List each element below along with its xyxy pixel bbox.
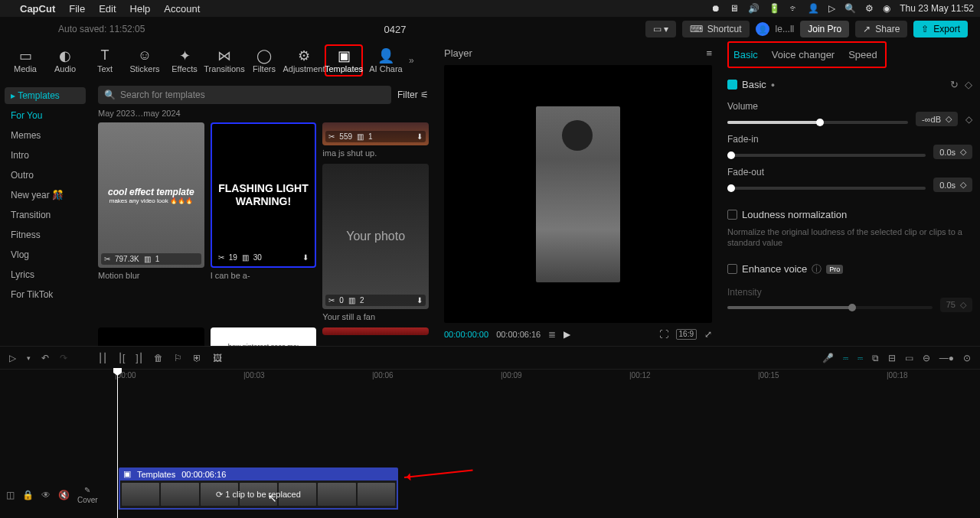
playhead[interactable] xyxy=(117,370,118,518)
template-thumb[interactable]: FLASHING LIGHT WARNING! ✂19 ▥30 ⬇ xyxy=(211,122,317,268)
category-vlog[interactable]: Vlog xyxy=(0,245,90,265)
keyframe-icon[interactable]: ◇ xyxy=(965,114,972,125)
timeline-clip[interactable]: ▣ Templates 00:00:06:16 ⟳ 1 clip to be r… xyxy=(119,468,398,510)
search-input[interactable]: 🔍 Search for templates xyxy=(98,86,391,104)
play-button[interactable]: ▶ xyxy=(564,329,570,340)
loudness-checkbox[interactable] xyxy=(727,210,737,220)
menu-edit[interactable]: Edit xyxy=(99,3,116,15)
template-thumb[interactable]: Your photo ✂0 ▥2 ⬇ xyxy=(322,164,429,309)
fadein-value[interactable]: 0.0s ◇ xyxy=(933,145,972,159)
magnet-icon[interactable]: ⎓ xyxy=(858,353,863,363)
tab-basic[interactable]: Basic xyxy=(733,49,758,60)
split-right-icon[interactable]: ]⎮ xyxy=(136,353,142,363)
user-avatar[interactable]: 👤 xyxy=(756,22,769,36)
undo-icon[interactable]: ↶ xyxy=(41,353,49,363)
template-thumb[interactable] xyxy=(98,327,204,346)
volume-slider[interactable] xyxy=(727,121,908,124)
template-card[interactable]: Your photo ✂0 ▥2 ⬇ Your still a fan xyxy=(322,164,429,321)
template-card[interactable]: how pinterest sees me: xyxy=(211,327,317,346)
wifi-icon[interactable]: ᯤ xyxy=(789,3,799,14)
category-transition[interactable]: Transition xyxy=(0,205,90,225)
category-tiktok[interactable]: For TikTok xyxy=(0,285,90,305)
category-memes[interactable]: Memes xyxy=(0,125,90,145)
menu-help[interactable]: Help xyxy=(130,3,151,15)
template-thumb[interactable] xyxy=(322,327,429,335)
control-center-icon[interactable]: ⚙ xyxy=(865,3,874,14)
keyframe-icon[interactable]: ◇ xyxy=(965,79,972,90)
reset-icon[interactable]: ↻ xyxy=(950,79,959,90)
search-icon[interactable]: 🔍 xyxy=(844,3,856,14)
filter-button[interactable]: Filter ⚟ xyxy=(397,90,429,100)
eye-icon[interactable]: 👁 xyxy=(41,490,51,500)
siri-icon[interactable]: ◉ xyxy=(883,3,890,14)
delete-icon[interactable]: 🗑 xyxy=(154,353,163,363)
template-card[interactable] xyxy=(98,327,204,346)
fadeout-slider[interactable] xyxy=(727,187,926,190)
tab-media[interactable]: ▭Media xyxy=(6,47,44,73)
cover-button[interactable]: ✎ Cover xyxy=(77,486,98,504)
info-icon[interactable]: ⓘ xyxy=(812,262,822,276)
template-thumb[interactable]: how pinterest sees me: xyxy=(211,327,317,346)
player-menu-icon[interactable]: ≡ xyxy=(706,47,712,59)
scale-icon[interactable]: ⛶ xyxy=(659,329,668,340)
step-back-icon[interactable]: ≣ xyxy=(548,329,556,340)
link-icon[interactable]: ⧉ xyxy=(872,353,879,363)
category-fitness[interactable]: Fitness xyxy=(0,225,90,245)
fadein-slider[interactable] xyxy=(727,154,926,157)
template-thumb[interactable]: cool effect template makes any video loo… xyxy=(98,122,204,268)
tab-templates[interactable]: ▣Templates xyxy=(325,44,363,77)
tab-adjustment[interactable]: ⚙Adjustment xyxy=(285,47,323,73)
mark-icon[interactable]: ⚐ xyxy=(174,353,182,363)
user-icon[interactable]: 👤 xyxy=(808,3,819,14)
category-new-year[interactable]: New year 🎊 xyxy=(0,185,90,205)
tab-voice-changer[interactable]: Voice changer xyxy=(772,49,835,60)
fadeout-value[interactable]: 0.0s ◇ xyxy=(933,178,972,192)
category-for-you[interactable]: For You xyxy=(0,106,90,125)
select-tool-icon[interactable]: ▷ xyxy=(9,353,16,363)
redo-icon[interactable]: ↷ xyxy=(60,353,67,363)
join-pro-button[interactable]: Join Pro xyxy=(800,21,849,37)
template-card[interactable]: cool effect template makes any video loo… xyxy=(98,122,204,321)
mic-icon[interactable]: 🎤 xyxy=(822,353,834,363)
volume-value[interactable]: -∞dB ◇ xyxy=(916,112,958,126)
category-lyrics[interactable]: Lyrics xyxy=(0,265,90,285)
split-left-icon[interactable]: ⎮[ xyxy=(118,353,125,363)
snap-icon[interactable]: ⊟ xyxy=(888,353,896,363)
timeline-ruler[interactable]: |00:00 |00:03 |00:06 |00:09 |00:12 |00:1… xyxy=(115,370,980,385)
image-icon[interactable]: 🖼 xyxy=(213,353,222,363)
record-icon[interactable]: ⏺ xyxy=(711,3,720,14)
menu-account[interactable]: Account xyxy=(164,3,200,15)
project-title[interactable]: 0427 xyxy=(151,24,639,35)
template-card[interactable]: FLASHING LIGHT WARNING! ✂19 ▥30 ⬇ I can … xyxy=(211,122,317,321)
stepper-icon[interactable]: ◇ xyxy=(946,114,952,124)
stepper-icon[interactable]: ◇ xyxy=(960,180,966,190)
tab-transitions[interactable]: ⋈Transitions xyxy=(205,47,243,73)
stepper-icon[interactable]: ◇ xyxy=(960,147,966,157)
tab-filters[interactable]: ◯Filters xyxy=(245,47,283,73)
fullscreen-icon[interactable]: ⤢ xyxy=(704,329,712,340)
template-card[interactable]: ✂559 ▥1 ⬇ ima js shut up. xyxy=(322,122,429,158)
zoom-slider[interactable]: —● xyxy=(939,353,954,363)
lock-icon[interactable]: 🔒 xyxy=(22,490,34,500)
basic-checkbox[interactable] xyxy=(727,80,737,90)
volume-icon[interactable]: 🔊 xyxy=(748,3,760,14)
enhance-checkbox[interactable] xyxy=(727,264,737,274)
download-icon[interactable]: ⬇ xyxy=(302,253,309,262)
aspect-ratio-button[interactable]: ▭ ▾ xyxy=(645,21,676,37)
shield-icon[interactable]: ⛨ xyxy=(193,353,202,363)
share-button[interactable]: ↗ Share xyxy=(855,21,907,37)
view-icon[interactable]: ▭ xyxy=(905,353,913,363)
category-outro[interactable]: Outro xyxy=(0,165,90,185)
user-name[interactable]: le...ll xyxy=(776,24,795,34)
template-thumb[interactable]: ✂559 ▥1 ⬇ xyxy=(322,122,429,145)
battery-icon[interactable]: 🔋 xyxy=(769,3,780,14)
tab-audio[interactable]: ◐Audio xyxy=(46,47,84,73)
menu-file[interactable]: File xyxy=(69,3,85,15)
tab-stickers[interactable]: ☺Stickers xyxy=(126,47,164,73)
zoom-out-icon[interactable]: ⊖ xyxy=(923,353,930,363)
dropdown-icon[interactable]: ▾ xyxy=(27,354,31,362)
player-view[interactable] xyxy=(444,65,712,323)
download-icon[interactable]: ⬇ xyxy=(416,296,423,305)
tab-text[interactable]: TText xyxy=(86,47,124,73)
mute-icon[interactable]: 🔇 xyxy=(58,490,70,500)
